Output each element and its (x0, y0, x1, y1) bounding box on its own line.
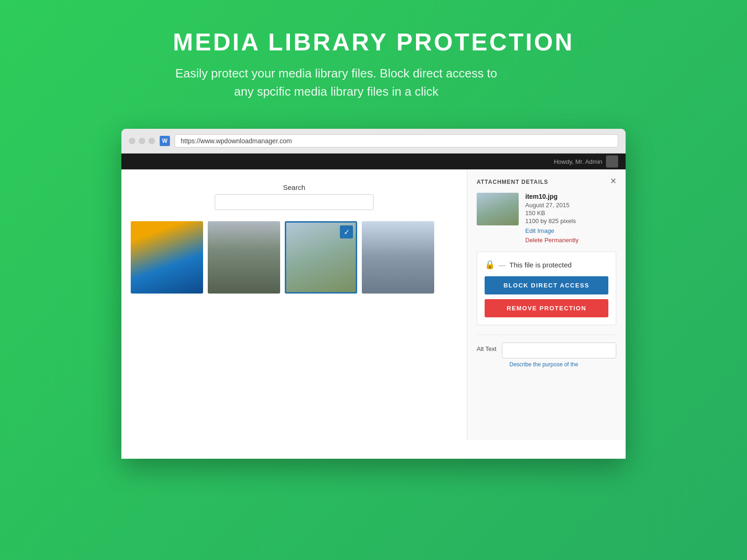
remove-protection-button[interactable]: REMOVE PROTECTION (485, 299, 608, 317)
browser-chrome: W https://www.wpdownloadmanager.com (121, 129, 626, 154)
browser-dots (129, 138, 155, 144)
attachment-dimensions: 1100 by 825 pixels (525, 217, 616, 224)
attachment-thumbnail (477, 193, 519, 225)
protected-status: 🔒 — This file is protected (485, 259, 608, 270)
hero-subtitle: Easily protect your media library files.… (173, 64, 500, 101)
dot-red (129, 138, 135, 144)
block-direct-access-button[interactable]: BLOCK DIRECT ACCESS (485, 276, 608, 294)
alt-text-row: Alt Text (477, 343, 616, 358)
attachment-meta: item10.jpg August 27, 2015 150 KB 1100 b… (525, 193, 616, 244)
sailing-image (131, 221, 203, 294)
dot-green (148, 138, 155, 144)
delete-permanently-link[interactable]: Delete Permanently (525, 237, 578, 244)
browser-logo-icon: W (160, 136, 170, 146)
protection-status-text: This file is protected (509, 261, 571, 269)
alt-text-label: Alt Text (477, 343, 496, 352)
dash-separator: — (499, 261, 506, 269)
admin-bar-right: Howdy, Mr. Admin (554, 155, 618, 168)
search-input[interactable] (215, 194, 374, 210)
dot-yellow (139, 138, 145, 144)
alt-text-input[interactable] (502, 343, 616, 358)
attachment-details-title: ATTACHMENT DETAILS (477, 179, 616, 185)
edit-image-link[interactable]: Edit Image (525, 227, 616, 234)
browser-window: W https://www.wpdownloadmanager.com Howd… (121, 129, 626, 459)
attachment-info-row: item10.jpg August 27, 2015 150 KB 1100 b… (477, 193, 616, 244)
alt-text-section: Alt Text Describe the purpose of the (477, 335, 616, 368)
admin-bar: Howdy, Mr. Admin (121, 154, 626, 169)
city-image (362, 221, 434, 294)
selected-checkmark-icon: ✓ (340, 225, 353, 238)
hero-section: MEDIA LIBRARY PROTECTION Easily protect … (154, 0, 593, 119)
lock-icon: 🔒 (485, 259, 495, 270)
attachment-date: August 27, 2015 (525, 202, 616, 209)
url-bar[interactable]: https://www.wpdownloadmanager.com (175, 134, 618, 147)
attachment-size: 150 KB (525, 210, 616, 217)
alt-text-hint[interactable]: Describe the purpose of the (509, 361, 616, 368)
search-label: Search (283, 183, 305, 191)
close-button[interactable]: × (610, 176, 616, 186)
thumbnail-city[interactable] (362, 221, 434, 294)
protection-box: 🔒 — This file is protected BLOCK DIRECT … (477, 252, 616, 325)
admin-greeting: Howdy, Mr. Admin (554, 158, 602, 165)
attachment-filename: item10.jpg (525, 193, 616, 200)
thumbnail-sailing[interactable] (131, 221, 203, 294)
media-layout: Search ✓ (121, 169, 626, 440)
aerial-image (208, 221, 280, 294)
attachment-thumb-image (477, 193, 519, 225)
admin-avatar-icon (606, 155, 618, 168)
search-row: Search (131, 183, 458, 210)
thumbnail-building[interactable]: ✓ (285, 221, 357, 294)
thumbnail-aerial[interactable] (208, 221, 280, 294)
media-grid-area: Search ✓ (121, 169, 467, 440)
modal-area: × Search (121, 169, 626, 459)
attachment-details-panel: ATTACHMENT DETAILS item10.jpg August 27,… (467, 169, 626, 440)
media-thumbnails: ✓ (131, 221, 458, 294)
hero-title: MEDIA LIBRARY PROTECTION (173, 28, 574, 56)
